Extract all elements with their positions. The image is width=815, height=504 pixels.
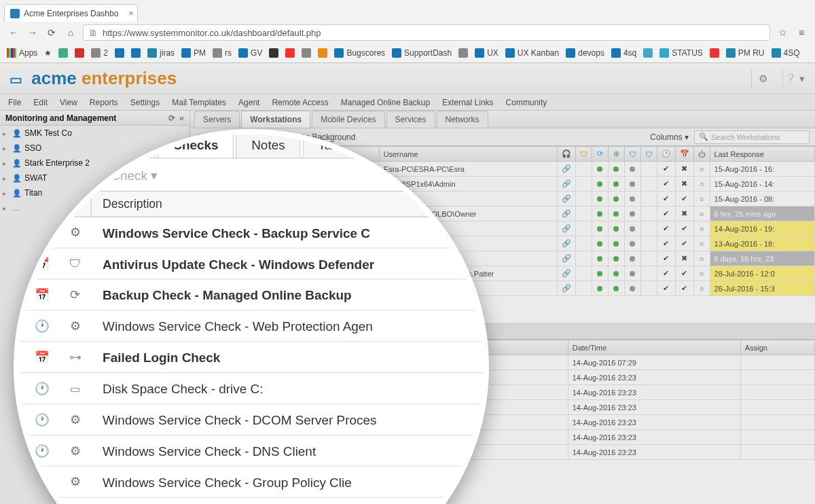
bookmark-item[interactable]: rs bbox=[213, 48, 232, 58]
menu-item[interactable]: Edit bbox=[33, 98, 48, 107]
menu-icon[interactable]: ≡ bbox=[795, 26, 808, 39]
tab-servers[interactable]: Servers bbox=[194, 111, 240, 128]
tab-networks[interactable]: Networks bbox=[437, 111, 488, 128]
tab-mobile[interactable]: Mobile Devices bbox=[312, 111, 384, 128]
forward-icon[interactable]: → bbox=[26, 26, 39, 39]
tab-services[interactable]: Services bbox=[386, 111, 435, 128]
col-assign[interactable]: Assign bbox=[740, 340, 814, 355]
favicon-icon bbox=[10, 9, 20, 18]
check-row[interactable]: ✖ 🕐 ⚙ Windows Service Check - Backup Ser… bbox=[14, 217, 489, 249]
menu-item[interactable]: External Links bbox=[442, 98, 493, 107]
menu-item[interactable]: File bbox=[8, 98, 21, 107]
menu-item[interactable]: Reports bbox=[90, 98, 118, 107]
columns-button[interactable]: Columns ▾ bbox=[650, 132, 689, 142]
status-icon: 🕐 bbox=[657, 147, 675, 162]
bookmark-item[interactable] bbox=[318, 48, 327, 58]
lens-tab-notes[interactable]: Notes bbox=[236, 131, 300, 158]
bookmark-item[interactable] bbox=[115, 48, 124, 58]
menu-item[interactable]: View bbox=[60, 98, 77, 107]
apps-button[interactable]: Apps bbox=[7, 48, 37, 58]
bookmark-item[interactable] bbox=[75, 48, 84, 58]
address-bar[interactable]: 🗎 https://www.systemmonitor.co.uk/dashbo… bbox=[83, 24, 770, 41]
sidebar-item[interactable]: ▸👤SMK Test Co bbox=[0, 126, 189, 141]
check-row[interactable]: ✔ 🕐 ⚙ Windows Service Check - DNS Client bbox=[14, 435, 489, 467]
sidebar-title: Monitoring and Management bbox=[5, 113, 116, 123]
refresh-icon[interactable]: ⚙ bbox=[751, 69, 774, 89]
browser-tab[interactable]: Acme Enterprises Dashbo × bbox=[4, 4, 138, 22]
status-icon: 🛡 bbox=[624, 147, 640, 162]
tab-title: Acme Enterprises Dashbo bbox=[24, 9, 118, 18]
page-icon: 🗎 bbox=[89, 28, 98, 38]
menu-item[interactable]: Agent bbox=[238, 98, 259, 107]
bookmark-item[interactable] bbox=[458, 48, 468, 58]
col-response[interactable]: Last Response bbox=[710, 147, 814, 162]
check-row[interactable]: ✔ 🕐 ⚙ Windows Service Check - Web Protec… bbox=[14, 311, 489, 342]
bookmark-item[interactable]: ★ bbox=[44, 48, 52, 58]
check-row[interactable]: 📅 ⟳ Backup Check - Managed Online Backup bbox=[14, 280, 489, 311]
col-datetime[interactable]: Date/Time bbox=[568, 340, 740, 355]
bookmark-item[interactable]: PM RU bbox=[726, 48, 765, 58]
bookmark-item[interactable]: STATUS bbox=[659, 48, 703, 58]
bookmark-item[interactable]: 2 bbox=[91, 48, 108, 58]
menu-bar: File Edit View Reports Settings Mail Tem… bbox=[0, 94, 815, 111]
bookmark-item[interactable] bbox=[710, 48, 719, 58]
status-icon: ⟳ bbox=[592, 147, 608, 162]
bookmark-item[interactable]: SupportDash bbox=[392, 48, 452, 58]
check-row[interactable]: ✖ 📅 🛡 Antivirus Update Check - Windows D… bbox=[14, 249, 489, 280]
status-icon: ⊕ bbox=[608, 147, 624, 162]
col-user[interactable]: Username bbox=[379, 147, 557, 162]
collapse-icon[interactable]: « bbox=[179, 113, 184, 123]
bookmark-item[interactable] bbox=[285, 48, 295, 58]
status-icon: ⏻ bbox=[693, 147, 710, 162]
tab-workstations[interactable]: Workstations bbox=[241, 111, 310, 128]
check-row[interactable]: ✔ 🕐 ▭ Disk Space Check - drive C: bbox=[14, 373, 489, 404]
bookmark-item[interactable]: Bugscores bbox=[334, 48, 385, 58]
check-button[interactable]: Check ▾ bbox=[111, 167, 157, 182]
help-icon[interactable]: ❔ ▾ bbox=[782, 69, 805, 89]
bookmark-item[interactable] bbox=[269, 48, 278, 58]
url-text: https://www.systemmonitor.co.uk/dashboar… bbox=[103, 28, 321, 38]
check-row[interactable]: ✔ 🕐 ⚙ Windows Service Check - Group Poli… bbox=[14, 467, 489, 498]
bookmarks-bar: Apps ★ 2 jiras PM rs GV Bugscores Suppor… bbox=[0, 43, 815, 62]
menu-item[interactable]: Settings bbox=[130, 98, 160, 107]
search-icon: 🔍 bbox=[699, 132, 708, 141]
bookmark-item[interactable]: UX Kanban bbox=[505, 48, 559, 58]
bookmark-item[interactable]: devops bbox=[566, 48, 604, 58]
bookmark-item[interactable] bbox=[302, 48, 311, 58]
star-icon[interactable]: ☆ bbox=[776, 26, 789, 39]
sync-icon[interactable]: ⟳ bbox=[168, 113, 175, 123]
status-icon: 📅 bbox=[675, 147, 693, 162]
check-row[interactable]: ✔ 📅 ⊶ Failed Login Check bbox=[14, 342, 489, 374]
status-icon: 🛡 bbox=[640, 147, 657, 162]
bookmark-item[interactable]: jiras bbox=[147, 48, 175, 58]
brand-logo: ▭ acme enterprises bbox=[10, 68, 177, 89]
bookmark-item[interactable]: UX bbox=[475, 48, 499, 58]
reload-icon[interactable]: ⟳ bbox=[45, 26, 58, 39]
bookmark-item[interactable] bbox=[131, 48, 141, 58]
close-icon[interactable]: × bbox=[128, 9, 133, 18]
bookmark-item[interactable]: PM bbox=[181, 48, 206, 58]
bookmark-item[interactable]: 4SQ bbox=[772, 48, 800, 58]
bookmark-item[interactable] bbox=[643, 48, 653, 58]
home-icon[interactable]: ⌂ bbox=[64, 26, 77, 39]
bookmark-item[interactable] bbox=[58, 48, 68, 58]
menu-item[interactable]: Mail Templates bbox=[172, 98, 226, 107]
status-icon: 🛡 bbox=[575, 147, 592, 162]
check-row[interactable]: ✔ 🕐 ⚙ Windows Service Check - DCOM Serve… bbox=[14, 404, 489, 435]
status-icon: 🎧 bbox=[557, 147, 575, 162]
menu-item[interactable]: Managed Online Backup bbox=[341, 98, 430, 107]
bookmark-item[interactable]: GV bbox=[238, 48, 262, 58]
menu-item[interactable]: Remote Access bbox=[272, 98, 328, 107]
menu-item[interactable]: Community bbox=[506, 98, 547, 107]
search-input[interactable]: 🔍Search Workstations bbox=[694, 130, 810, 144]
back-icon[interactable]: ← bbox=[7, 26, 20, 39]
bookmark-item[interactable]: 4sq bbox=[611, 48, 636, 58]
